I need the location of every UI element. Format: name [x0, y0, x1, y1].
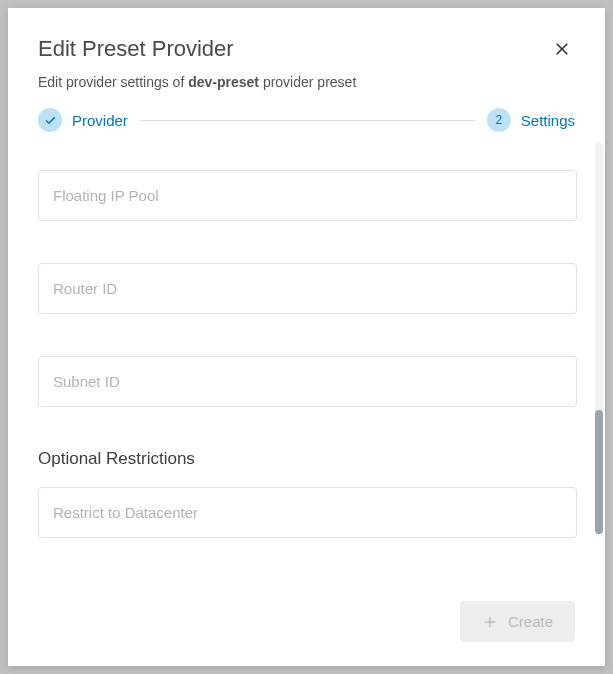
- subtitle-preset-name: dev-preset: [188, 74, 259, 90]
- modal-title: Edit Preset Provider: [38, 36, 234, 62]
- create-button-label: Create: [508, 613, 553, 630]
- form-scroll-area: Optional Restrictions: [8, 142, 605, 581]
- step-settings[interactable]: 2 Settings: [487, 108, 575, 132]
- router-id-input[interactable]: [38, 263, 577, 314]
- field-floating-ip-pool: [38, 170, 577, 221]
- field-subnet-id: [38, 356, 577, 407]
- field-router-id: [38, 263, 577, 314]
- close-button[interactable]: [549, 36, 575, 62]
- step-provider-label: Provider: [72, 112, 128, 129]
- step-settings-label: Settings: [521, 112, 575, 129]
- scrollbar-track[interactable]: [595, 142, 603, 534]
- close-icon: [553, 40, 571, 58]
- step-provider-circle: [38, 108, 62, 132]
- edit-preset-modal: Edit Preset Provider Edit provider setti…: [8, 8, 605, 666]
- check-icon: [44, 114, 57, 127]
- modal-subtitle: Edit provider settings of dev-preset pro…: [8, 74, 605, 108]
- step-settings-circle: 2: [487, 108, 511, 132]
- modal-footer: Create: [8, 581, 605, 666]
- floating-ip-pool-input[interactable]: [38, 170, 577, 221]
- modal-header: Edit Preset Provider: [8, 8, 605, 74]
- field-restrict-datacenter: [38, 487, 577, 538]
- plus-icon: [482, 614, 498, 630]
- step-provider[interactable]: Provider: [38, 108, 128, 132]
- subtitle-prefix: Edit provider settings of: [38, 74, 188, 90]
- subnet-id-input[interactable]: [38, 356, 577, 407]
- step-connector: [140, 120, 475, 121]
- restrict-datacenter-input[interactable]: [38, 487, 577, 538]
- optional-restrictions-title: Optional Restrictions: [38, 449, 577, 469]
- form-content: Optional Restrictions: [8, 142, 605, 581]
- create-button[interactable]: Create: [460, 601, 575, 642]
- scrollbar-thumb[interactable]: [595, 410, 603, 534]
- subtitle-suffix: provider preset: [259, 74, 356, 90]
- stepper: Provider 2 Settings: [8, 108, 605, 142]
